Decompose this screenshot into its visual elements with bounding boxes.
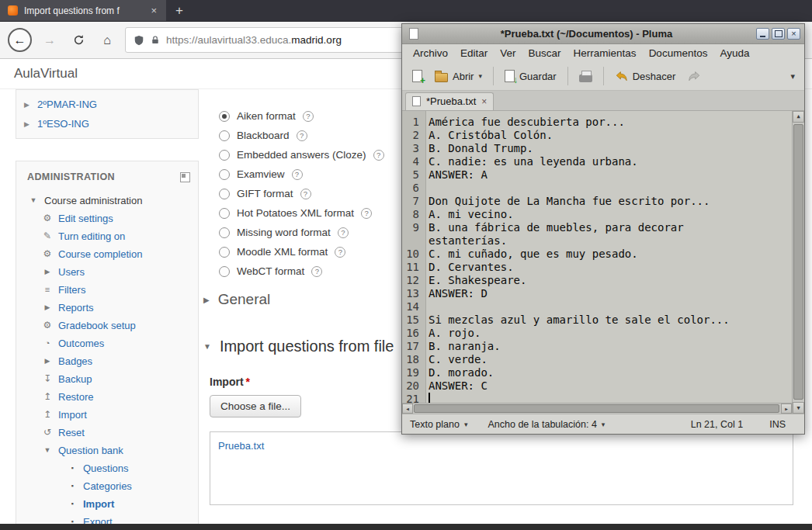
menu-item[interactable]: Documentos bbox=[643, 47, 714, 59]
pluma-title-bar[interactable]: *Prueba.txt (~/Documentos) - Pluma × bbox=[402, 24, 804, 44]
admin-tree-item[interactable]: ◔ Outcomes bbox=[16, 334, 198, 352]
horizontal-scroll-thumb[interactable] bbox=[414, 404, 779, 413]
forward-button[interactable]: → bbox=[39, 29, 61, 51]
menu-item[interactable]: Ver bbox=[494, 47, 522, 59]
admin-tree-item[interactable]: ↺ Reset bbox=[16, 424, 198, 442]
menu-item[interactable]: Ayuda bbox=[713, 47, 755, 59]
admin-tree-item[interactable]: ▶ Reports bbox=[16, 299, 198, 317]
course-link[interactable]: 2ºPMAR-ING bbox=[37, 99, 97, 110]
admin-tree-link[interactable]: Import bbox=[83, 495, 114, 513]
admin-tree-item[interactable]: ▼ Question bank bbox=[16, 442, 198, 459]
tab-close-icon[interactable]: × bbox=[149, 4, 158, 17]
admin-tree-link[interactable]: Restore bbox=[58, 388, 94, 406]
editor-lines[interactable]: 1 América fue descubierta por... 2 A. Cr… bbox=[402, 111, 792, 404]
editor-line[interactable]: 14 bbox=[402, 300, 792, 313]
help-icon[interactable]: ? bbox=[373, 150, 384, 161]
editor-line[interactable]: 5 ANSWER: A bbox=[402, 168, 792, 182]
help-icon[interactable]: ? bbox=[303, 111, 314, 122]
lock-icon[interactable] bbox=[151, 35, 160, 45]
tracking-shield-icon[interactable] bbox=[134, 35, 144, 46]
open-button[interactable]: Abrir ▾ bbox=[431, 68, 486, 85]
dock-block-icon[interactable] bbox=[180, 172, 190, 182]
toolbar-overflow-icon[interactable]: ▾ bbox=[790, 71, 795, 81]
editor-line[interactable]: 10 C. mi cuñado, que es muy pesado. bbox=[402, 248, 792, 261]
admin-tree-item[interactable]: ▶ Users bbox=[16, 263, 198, 281]
menu-item[interactable]: Buscar bbox=[522, 47, 567, 59]
chevron-right-icon[interactable]: ▶ bbox=[24, 101, 32, 109]
editor-line[interactable]: 11 D. Cervantes. bbox=[402, 261, 792, 274]
editor-line[interactable]: 20 ANSWER: C bbox=[402, 379, 792, 393]
admin-tree-item[interactable]: ▶ Badges bbox=[16, 352, 198, 370]
sidebar-course-item[interactable]: ▶ 2ºPMAR-ING bbox=[16, 95, 198, 114]
admin-tree-item[interactable]: ⚙ Gradebook setup bbox=[16, 317, 198, 334]
help-icon[interactable]: ? bbox=[292, 169, 303, 180]
chevron-down-icon[interactable]: ▼ bbox=[203, 342, 211, 351]
scroll-right-icon[interactable]: ▶ bbox=[781, 404, 792, 414]
admin-tree-link[interactable]: Question bank bbox=[58, 442, 123, 459]
menu-item[interactable]: Archivo bbox=[407, 47, 454, 59]
editor-line[interactable]: 12 E. Shakespeare. bbox=[402, 274, 792, 287]
admin-tree-item[interactable]: ↥ Import bbox=[16, 406, 198, 424]
admin-tree-item[interactable]: ▪ Questions bbox=[16, 459, 198, 477]
scroll-left-icon[interactable]: ◀ bbox=[402, 404, 413, 414]
horizontal-scrollbar[interactable]: ◀ ▶ bbox=[402, 403, 792, 414]
radio-button[interactable] bbox=[219, 111, 230, 122]
minimize-icon[interactable] bbox=[756, 28, 769, 40]
save-button[interactable]: Guardar bbox=[501, 68, 560, 85]
tab-width-dropdown[interactable]: Ancho de la tabulación: 4 ▾ bbox=[488, 419, 605, 430]
help-icon[interactable]: ? bbox=[300, 189, 311, 199]
chevron-right-icon[interactable]: ▶ bbox=[24, 120, 32, 128]
editor-line[interactable]: 6 bbox=[402, 182, 792, 195]
menu-item[interactable]: Editar bbox=[454, 47, 494, 59]
editor-line[interactable]: 9 B. una fábrica de muebles, para decora… bbox=[402, 221, 792, 248]
radio-button[interactable] bbox=[219, 247, 230, 258]
maximize-icon[interactable] bbox=[772, 28, 785, 40]
new-tab-button[interactable]: + bbox=[166, 0, 193, 21]
admin-tree-item[interactable]: ≡ Filters bbox=[16, 281, 198, 299]
editor-line[interactable]: 2 A. Cristóbal Colón. bbox=[402, 129, 792, 142]
editor-line[interactable]: 16 A. rojo. bbox=[402, 327, 792, 340]
scroll-up-icon[interactable]: ▲ bbox=[793, 111, 804, 123]
admin-tree-link[interactable]: Reports bbox=[58, 299, 94, 317]
admin-tree-link[interactable]: Badges bbox=[58, 352, 92, 370]
admin-tree-item[interactable]: ↥ Restore bbox=[16, 388, 198, 406]
admin-tree-link[interactable]: Turn editing on bbox=[58, 227, 125, 245]
vertical-scrollbar[interactable]: ▲ ▼ bbox=[792, 111, 804, 414]
reload-button[interactable] bbox=[68, 29, 89, 51]
editor-line[interactable]: 8 A. mi vecino. bbox=[402, 208, 792, 221]
uploaded-file-link[interactable]: Prueba.txt bbox=[218, 440, 264, 452]
sidebar-course-item[interactable]: ▶ 1ºESO-ING bbox=[16, 114, 198, 133]
editor-area[interactable]: 1 América fue descubierta por... 2 A. Cr… bbox=[402, 111, 804, 414]
admin-tree-link[interactable]: Questions bbox=[83, 459, 129, 477]
radio-button[interactable] bbox=[219, 227, 230, 238]
editor-line[interactable]: 7 Don Quijote de La Mancha fue escrito p… bbox=[402, 195, 792, 208]
admin-tree-item[interactable]: ▪ Import bbox=[16, 495, 198, 513]
menu-item[interactable]: Herramientas bbox=[567, 47, 643, 59]
admin-tree-link[interactable]: Course administration bbox=[44, 192, 142, 210]
admin-tree-item[interactable]: ✎ Turn editing on bbox=[16, 227, 198, 245]
admin-tree-link[interactable]: Backup bbox=[58, 370, 92, 388]
admin-tree-link[interactable]: Edit settings bbox=[58, 210, 113, 227]
admin-tree-link[interactable]: Gradebook setup bbox=[58, 317, 136, 334]
file-drop-area[interactable]: Prueba.txt bbox=[210, 431, 793, 505]
radio-button[interactable] bbox=[219, 266, 230, 277]
admin-tree-item[interactable]: ⚙ Edit settings bbox=[16, 210, 198, 227]
document-tab[interactable]: *Prueba.txt × bbox=[405, 92, 494, 110]
home-button[interactable]: ⌂ bbox=[96, 29, 118, 51]
undo-button[interactable]: Deshacer bbox=[611, 68, 680, 85]
back-button[interactable]: ← bbox=[8, 28, 32, 52]
radio-button[interactable] bbox=[219, 130, 230, 141]
admin-tree-item[interactable]: ▪ Categories bbox=[16, 477, 198, 495]
radio-button[interactable] bbox=[219, 169, 230, 180]
scroll-down-icon[interactable]: ▼ bbox=[793, 402, 804, 414]
close-icon[interactable]: × bbox=[787, 28, 800, 40]
course-link[interactable]: 1ºESO-ING bbox=[37, 118, 89, 130]
editor-line[interactable]: 19 D. morado. bbox=[402, 366, 792, 379]
editor-line[interactable]: 3 B. Donald Trump. bbox=[402, 142, 792, 155]
help-icon[interactable]: ? bbox=[338, 227, 349, 238]
radio-button[interactable] bbox=[219, 150, 230, 161]
help-icon[interactable]: ? bbox=[361, 208, 372, 219]
tab-close-icon[interactable]: × bbox=[481, 96, 487, 107]
admin-tree-link[interactable]: Users bbox=[58, 263, 85, 281]
editor-line[interactable]: 17 B. naranja. bbox=[402, 340, 792, 353]
